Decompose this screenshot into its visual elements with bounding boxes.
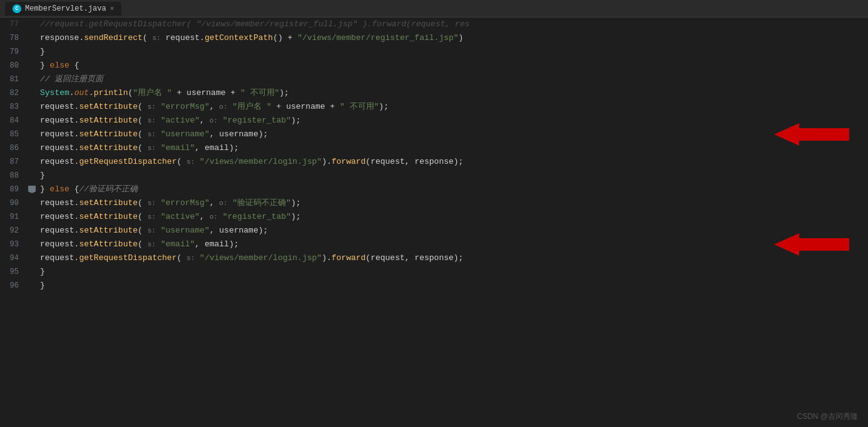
line-marker	[26, 59, 38, 73]
code-line: 95 }	[0, 265, 868, 279]
line-code-text: request.setAttribute( s: "errorMsg", o: …	[38, 100, 868, 114]
line-number: 82	[0, 86, 26, 100]
line-code-text: //request.getRequestDispatcher( "/views/…	[38, 18, 868, 31]
line-number: 80	[0, 59, 26, 73]
file-tab-label: MemberServlet.java	[25, 4, 106, 13]
line-code-text: request.setAttribute( s: "active", o: "r…	[38, 114, 868, 128]
code-line: 84 request.setAttribute( s: "active", o:…	[0, 114, 868, 128]
line-code-text: request.setAttribute( s: "errorMsg", o: …	[38, 196, 868, 210]
line-marker	[26, 210, 38, 224]
line-marker	[26, 31, 38, 45]
line-marker	[26, 86, 38, 100]
line-number: 86	[0, 141, 26, 155]
line-number: 95	[0, 265, 26, 279]
line-marker	[26, 18, 38, 31]
line-marker	[26, 128, 38, 141]
line-marker	[26, 45, 38, 59]
code-line: 85 request.setAttribute( s: "username", …	[0, 128, 868, 141]
line-number: 89	[0, 183, 26, 196]
code-line: 80 } else {	[0, 59, 868, 73]
line-code-text: } else {	[38, 59, 868, 73]
line-marker	[26, 224, 38, 238]
line-code-text: request.getRequestDispatcher( s: "/views…	[38, 155, 868, 169]
code-line: 78 response.sendRedirect( s: request.get…	[0, 31, 868, 45]
line-marker	[26, 251, 38, 265]
line-marker	[26, 265, 38, 279]
line-number: 79	[0, 45, 26, 59]
line-code-text: request.setAttribute( s: "username", use…	[38, 128, 868, 141]
code-line: 88 }	[0, 169, 868, 183]
line-code-text: }	[38, 279, 868, 293]
line-number: 90	[0, 196, 26, 210]
code-line: 83 request.setAttribute( s: "errorMsg", …	[0, 100, 868, 114]
line-code-text: request.setAttribute( s: "email", email)…	[38, 238, 868, 251]
file-tab[interactable]: C MemberServlet.java ×	[5, 2, 121, 16]
line-marker	[26, 114, 38, 128]
line-number: 96	[0, 279, 26, 293]
line-code-text: System.out.println("用户名 " + username + "…	[38, 86, 868, 100]
code-line: 94 request.getRequestDispatcher( s: "/vi…	[0, 251, 868, 265]
close-tab-button[interactable]: ×	[110, 5, 115, 13]
line-code-text: request.setAttribute( s: "active", o: "r…	[38, 210, 868, 224]
watermark: CSDN @吉冈秀隆	[797, 411, 858, 422]
line-code-text: } else {//验证码不正确	[38, 183, 868, 196]
line-marker	[26, 141, 38, 155]
line-marker	[26, 183, 38, 196]
line-code-text: response.sendRedirect( s: request.getCon…	[38, 31, 868, 45]
line-marker	[26, 100, 38, 114]
code-lines: 77//request.getRequestDispatcher( "/view…	[0, 18, 868, 293]
code-line: 96 }	[0, 279, 868, 293]
code-line: 93 request.setAttribute( s: "email", ema…	[0, 238, 868, 251]
code-line: 87 request.getRequestDispatcher( s: "/vi…	[0, 155, 868, 169]
line-number: 85	[0, 128, 26, 141]
line-number: 94	[0, 251, 26, 265]
title-bar: C MemberServlet.java ×	[0, 0, 868, 18]
code-line: 89 } else {//验证码不正确	[0, 183, 868, 196]
line-number: 81	[0, 73, 26, 86]
line-code-text: request.getRequestDispatcher( s: "/views…	[38, 251, 868, 265]
java-file-icon: C	[13, 4, 21, 13]
code-line: 82 System.out.println("用户名 " + username …	[0, 86, 868, 100]
line-code-text: }	[38, 45, 868, 59]
line-marker	[26, 279, 38, 293]
line-code-text: }	[38, 169, 868, 183]
line-code-text: request.setAttribute( s: "email", email)…	[38, 141, 868, 155]
code-line: 86 request.setAttribute( s: "email", ema…	[0, 141, 868, 155]
line-number: 92	[0, 224, 26, 238]
code-line: 90 request.setAttribute( s: "errorMsg", …	[0, 196, 868, 210]
line-marker	[26, 238, 38, 251]
code-line: 77//request.getRequestDispatcher( "/view…	[0, 18, 868, 31]
line-number: 83	[0, 100, 26, 114]
line-number: 78	[0, 31, 26, 45]
line-code-text: }	[38, 265, 868, 279]
bookmark-icon	[28, 186, 36, 193]
line-marker	[26, 196, 38, 210]
line-number: 88	[0, 169, 26, 183]
line-number: 93	[0, 238, 26, 251]
line-number: 87	[0, 155, 26, 169]
code-editor: 77//request.getRequestDispatcher( "/view…	[0, 18, 868, 427]
line-marker	[26, 155, 38, 169]
code-line: 92 request.setAttribute( s: "username", …	[0, 224, 868, 238]
line-code-text: request.setAttribute( s: "username", use…	[38, 224, 868, 238]
line-number: 84	[0, 114, 26, 128]
line-code-text: // 返回注册页面	[38, 73, 868, 86]
line-number: 91	[0, 210, 26, 224]
code-line: 81 // 返回注册页面	[0, 73, 868, 86]
line-number: 77	[0, 18, 26, 31]
line-marker	[26, 73, 38, 86]
line-marker	[26, 169, 38, 183]
code-line: 91 request.setAttribute( s: "active", o:…	[0, 210, 868, 224]
code-line: 79 }	[0, 45, 868, 59]
